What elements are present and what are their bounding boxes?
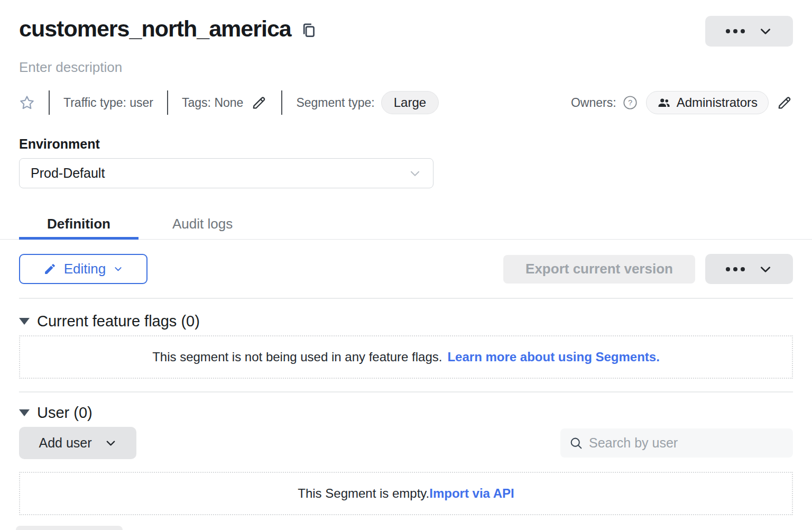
copy-icon [301, 22, 316, 39]
add-user-label: Add user [39, 435, 91, 451]
section-divider [19, 391, 793, 392]
chevron-down-icon [105, 437, 117, 449]
pencil-icon [43, 262, 57, 276]
copy-name-button[interactable] [301, 22, 316, 39]
meta-divider [49, 90, 50, 115]
clipped-bottom-element [16, 526, 123, 530]
title-group: customers_north_america [19, 16, 316, 42]
description-placeholder[interactable]: Enter description [19, 59, 793, 76]
environment-selected-value: Prod-Default [31, 166, 105, 181]
editing-mode-label: Editing [64, 261, 106, 277]
tags-text: Tags: None [182, 96, 243, 110]
segment-detail-page: customers_north_america Enter descriptio… [0, 0, 812, 530]
feature-flags-empty-state: This segment is not being used in any fe… [19, 335, 793, 379]
tab-bar: Definition Audit logs [0, 208, 812, 240]
editing-mode-button[interactable]: Editing [19, 254, 147, 284]
question-circle-icon: ? [623, 95, 638, 110]
meta-divider [167, 90, 168, 115]
feature-flags-section-title: Current feature flags (0) [37, 313, 200, 330]
owners-chip-label: Administrators [677, 95, 758, 110]
segment-type-badge: Large [381, 91, 439, 114]
pencil-icon [776, 94, 793, 111]
edit-tags-button[interactable] [251, 94, 267, 111]
feature-flags-section-header[interactable]: Current feature flags (0) [19, 313, 793, 330]
meta-divider [281, 90, 282, 115]
owners-label: Owners: [571, 96, 616, 110]
tab-definition[interactable]: Definition [19, 208, 139, 239]
page-title: customers_north_america [19, 16, 291, 42]
definition-toolbar: Editing Export current version [19, 254, 793, 284]
page-more-actions-button[interactable] [705, 16, 793, 47]
search-by-user-input[interactable] [589, 435, 785, 451]
section-divider [19, 298, 793, 299]
environment-select[interactable]: Prod-Default [19, 158, 433, 188]
chevron-down-icon [759, 24, 772, 38]
triangle-down-icon [19, 409, 30, 416]
tab-audit-logs[interactable]: Audit logs [171, 208, 234, 239]
toolbar-right-group: Export current version [503, 254, 793, 284]
add-user-button[interactable]: Add user [19, 427, 136, 459]
star-icon [19, 95, 35, 111]
search-icon [569, 436, 584, 451]
definition-more-actions-button[interactable] [705, 254, 793, 284]
environment-label: Environment [19, 136, 793, 152]
more-dots-icon [726, 267, 745, 271]
people-icon [657, 96, 671, 109]
learn-more-segments-link[interactable]: Learn more about using Segments. [447, 350, 659, 364]
user-empty-text: This Segment is empty. [298, 486, 429, 501]
user-section-title: User (0) [37, 404, 93, 422]
edit-owners-button[interactable] [776, 94, 793, 111]
chevron-down-icon [759, 262, 772, 276]
owners-help-button[interactable]: ? [623, 95, 638, 110]
meta-row: Traffic type: user Tags: None Segment ty… [19, 90, 793, 115]
svg-text:?: ? [628, 98, 632, 107]
owners-chip[interactable]: Administrators [646, 91, 769, 114]
user-section-header[interactable]: User (0) [19, 404, 793, 422]
feature-flags-empty-text: This segment is not being used in any fe… [152, 350, 442, 364]
favorite-star-button[interactable] [19, 95, 35, 111]
user-search-box [560, 428, 793, 458]
traffic-type-text: Traffic type: user [63, 96, 153, 110]
import-via-api-link[interactable]: Import via API [429, 486, 514, 501]
user-empty-state: This Segment is empty. Import via API [19, 472, 793, 515]
triangle-down-icon [19, 318, 30, 325]
user-controls-row: Add user [19, 427, 793, 459]
export-current-version-button[interactable]: Export current version [503, 255, 695, 284]
chevron-down-icon [113, 264, 123, 274]
title-row: customers_north_america [19, 0, 793, 47]
chevron-down-icon [408, 167, 422, 180]
pencil-icon [251, 94, 267, 111]
more-dots-icon [726, 29, 745, 33]
owners-group: Owners: ? Administrators [571, 91, 793, 114]
segment-type-label: Segment type: [296, 96, 374, 110]
